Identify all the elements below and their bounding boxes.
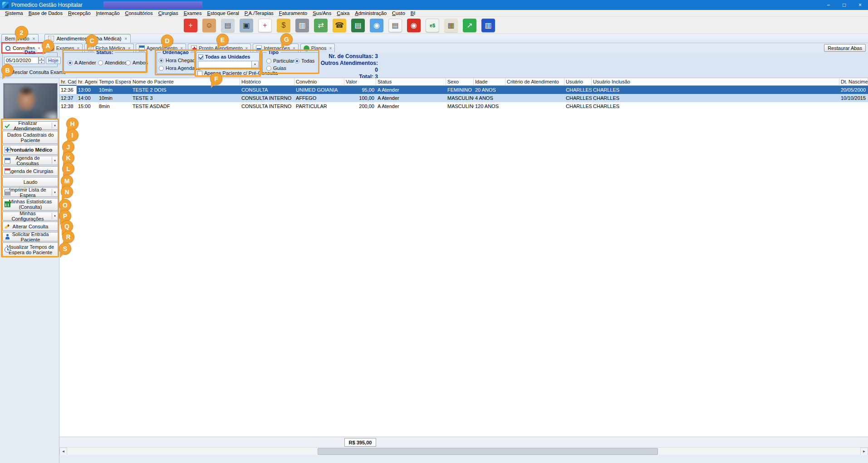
annotation-rect-ordenacao <box>155 49 196 75</box>
column-header[interactable]: Usuário Inclusão <box>592 78 839 86</box>
reception-icon[interactable]: ☺ <box>202 19 216 32</box>
close-icon[interactable]: × <box>329 46 332 51</box>
annotation-letter: 2 <box>20 29 24 36</box>
menu-recepcao[interactable]: Recepção <box>65 10 93 16</box>
table-cell: 15:00 <box>77 102 98 110</box>
table-cell: 95,00 <box>344 86 376 94</box>
horizontal-scrollbar[interactable]: ◄ ► <box>59 447 868 455</box>
app-window: Promedico Gestão Hospitalar − □ × Sistem… <box>0 0 868 463</box>
annotation-rect-unidades <box>195 49 261 69</box>
window-title: Promedico Gestão Hospitalar <box>11 2 83 8</box>
menu-sus-ans[interactable]: Sus/Ans <box>310 10 334 16</box>
table-row[interactable]: 12:38 15:00 8min TESTE ASDADF CONSULTA I… <box>59 102 868 110</box>
workstation-icon[interactable]: ▣ <box>240 19 253 32</box>
hoje-button[interactable]: Hoje <box>46 57 61 64</box>
close-icon[interactable]: × <box>33 36 35 41</box>
spinner-up-icon[interactable]: ▲ <box>39 57 44 60</box>
report-icon[interactable]: ▤ <box>388 19 402 32</box>
monitoring-icon[interactable]: ↗ <box>463 19 476 32</box>
table-cell <box>505 86 564 94</box>
annotation-balloon-r: R <box>62 231 74 243</box>
scroll-right-icon[interactable]: ► <box>860 448 868 455</box>
close-button[interactable]: × <box>852 0 868 10</box>
table-cell <box>839 102 868 110</box>
shutdown-icon[interactable]: ◉ <box>407 19 421 32</box>
annotation-balloon-m: M <box>61 175 73 187</box>
date-input[interactable]: 05/10/2020 <box>4 57 39 64</box>
table-cell: 20/05/2000 <box>839 86 868 94</box>
spinner-down-icon[interactable]: ▼ <box>39 60 44 64</box>
menu-sistema[interactable]: Sistema <box>2 10 26 16</box>
emergency-icon[interactable]: + <box>184 19 197 32</box>
annotation-letter: R <box>66 233 70 241</box>
column-header[interactable]: Valor <box>344 78 376 86</box>
column-header[interactable]: Idade <box>474 78 505 86</box>
exchange-icon[interactable]: ⇄ <box>314 19 328 32</box>
menu-administracao[interactable]: Administração <box>352 10 389 16</box>
table-cell: TESTE ASDADF <box>131 102 240 110</box>
finance-icon[interactable]: $ <box>277 19 290 32</box>
table-cell: A Atender <box>376 94 446 102</box>
chat-icon[interactable]: ◉ <box>370 19 383 32</box>
date-spinner: ▲ ▼ <box>39 57 44 64</box>
menu-custo[interactable]: Custo <box>389 10 408 16</box>
column-header[interactable]: Sexo <box>446 78 474 86</box>
menu-consultorios[interactable]: Consultórios <box>123 10 156 16</box>
annotation-letter: F <box>214 75 218 83</box>
stats-value: 0 <box>375 67 378 73</box>
close-icon[interactable]: × <box>125 36 128 41</box>
column-header[interactable]: Status <box>376 78 446 86</box>
window-controls: − □ × <box>820 0 868 10</box>
maximize-button[interactable]: □ <box>836 0 852 10</box>
scroll-left-icon[interactable]: ◄ <box>59 448 67 455</box>
annotation-letter: Q <box>64 223 69 230</box>
stats-value: 3 <box>375 53 378 59</box>
table-row[interactable]: 12:36 13:00 10min TESTE 2 DOIS CONSULTA … <box>59 86 868 94</box>
scrollbar-thumb[interactable] <box>318 448 658 455</box>
table-row[interactable]: 12:37 14:00 10min TESTE 3 CONSULTA INTER… <box>59 94 868 102</box>
stats-line-outros: Outros Atendimentos: 0 <box>317 60 378 74</box>
table-cell: CONSULTA <box>240 86 294 94</box>
menu-base-de-dados[interactable]: Base de Dados <box>26 10 65 16</box>
e-invoice-icon[interactable]: e$ <box>426 19 439 32</box>
menu-estoque-geral[interactable]: Estoque Geral <box>204 10 241 16</box>
annotation-letter: G <box>284 36 289 43</box>
stats-line-consultas: Nr. de Consultas: 3 <box>317 53 378 60</box>
annotation-letter: P <box>63 212 67 220</box>
table-cell <box>505 102 564 110</box>
annotation-letter: A <box>45 42 50 49</box>
annotation-letter: I <box>72 132 74 139</box>
column-header[interactable]: Histórico <box>240 78 294 86</box>
app-logo-icon <box>2 2 9 8</box>
column-header[interactable]: hr. Cad. <box>59 78 77 86</box>
column-header[interactable]: Tempo Espera <box>98 78 131 86</box>
annotation-balloon-a: A <box>42 39 54 52</box>
annotation-rect-buttons <box>1 118 59 257</box>
minimize-button[interactable]: − <box>820 0 836 10</box>
ledger-icon[interactable]: ▤ <box>351 19 365 32</box>
ambulance-icon[interactable]: + <box>258 19 272 32</box>
restaurar-abas-button[interactable]: Restaurar Abas <box>824 44 866 52</box>
table-cell: CONSULTA INTERNO <box>240 102 294 110</box>
grid-bottom-strip <box>59 455 868 463</box>
main-area: Finalizar Atendimento ▼ Dados Cadastrais… <box>0 78 868 463</box>
menu-bi[interactable]: BI <box>408 10 418 16</box>
column-header[interactable]: Nome do Paciente <box>131 78 240 86</box>
column-header[interactable]: Dt. Nascimento <box>839 78 868 86</box>
vault-icon[interactable]: ▥ <box>295 19 309 32</box>
menu-cirurgias[interactable]: Cirurgias <box>156 10 181 16</box>
phonebook-icon[interactable]: ☎ <box>333 19 346 32</box>
clipboard-icon[interactable]: ▦ <box>444 19 458 32</box>
column-header[interactable]: hr. Agend. <box>77 78 98 86</box>
fax-icon[interactable]: ▤ <box>221 19 235 32</box>
menu-pa-terapias[interactable]: P.A./Terapias <box>242 10 276 16</box>
menu-caixa[interactable]: Caixa <box>334 10 352 16</box>
column-header[interactable]: Convênio <box>294 78 344 86</box>
menu-exames[interactable]: Exames <box>181 10 205 16</box>
column-header[interactable]: Usuário <box>564 78 592 86</box>
bi-icon[interactable]: ▥ <box>481 19 495 32</box>
column-header[interactable]: Critério de Atendimento <box>505 78 564 86</box>
annotation-letter: O <box>63 202 68 209</box>
menu-internacao[interactable]: Internação <box>93 10 123 16</box>
menu-faturamento[interactable]: Faturamento <box>276 10 310 16</box>
